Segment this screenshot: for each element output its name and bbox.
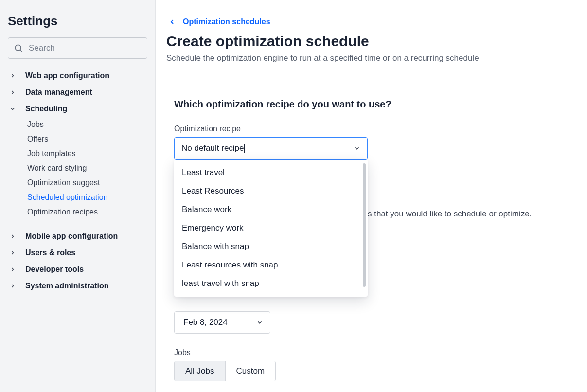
nav-group-mobile-app[interactable]: Mobile app configuration <box>8 228 147 245</box>
text-caret <box>244 144 245 153</box>
recipe-option[interactable]: least travel with snap <box>174 274 368 293</box>
nav-group-developer-tools[interactable]: Developer tools <box>8 261 147 278</box>
section-heading: Which optimization recipe do you want to… <box>174 99 587 110</box>
page-title: Create optimization schedule <box>166 33 587 50</box>
recipe-option[interactable]: Least Resources <box>174 182 368 200</box>
recipe-combobox[interactable]: No default recipe <box>174 137 368 160</box>
sidebar-item-offers[interactable]: Offers <box>27 132 147 146</box>
chevron-right-icon <box>10 267 19 272</box>
chevron-right-icon <box>10 73 19 79</box>
nav-group-scheduling[interactable]: Scheduling <box>8 101 147 117</box>
search-wrapper <box>8 37 147 59</box>
sidebar-title: Settings <box>8 14 147 29</box>
nav-group-users-roles[interactable]: Users & roles <box>8 245 147 261</box>
recipe-option[interactable]: Least resources with snap <box>174 256 368 274</box>
divider <box>166 76 587 76</box>
sidebar-item-work-card-styling[interactable]: Work card styling <box>27 161 147 176</box>
nav-group-label: Web app configuration <box>25 71 109 80</box>
chevron-right-icon <box>10 89 19 95</box>
recipe-selected-text: No default recipe <box>181 143 244 153</box>
nav-group-label: Data management <box>25 88 92 97</box>
main-content: Optimization schedules Create optimizati… <box>156 0 587 392</box>
breadcrumb-label: Optimization schedules <box>183 18 270 26</box>
nav-group-label: System administration <box>25 282 109 290</box>
sidebar-item-job-templates[interactable]: Job templates <box>27 146 147 161</box>
chevron-down-icon <box>10 106 19 112</box>
chevron-right-icon <box>10 233 19 239</box>
scrollbar[interactable] <box>363 163 366 287</box>
chevron-down-icon <box>354 145 360 152</box>
nav-group-web-app[interactable]: Web app configuration <box>8 68 147 84</box>
sidebar-item-scheduled-optimization[interactable]: Scheduled optimization <box>27 190 147 205</box>
recipe-option[interactable]: Balance with snap <box>174 237 368 256</box>
recipe-combobox-wrapper: No default recipe Least travel Least Res… <box>174 137 368 160</box>
jobs-option-custom[interactable]: Custom <box>225 361 276 381</box>
recipe-field-label: Optimization recipe <box>174 125 587 133</box>
nav-group-label: Scheduling <box>25 105 67 113</box>
nav-group-label: Users & roles <box>25 249 75 257</box>
nav-group-system-administration[interactable]: System administration <box>8 278 147 294</box>
search-icon <box>14 43 23 53</box>
sidebar-nav: Web app configuration Data management Sc… <box>8 68 147 294</box>
svg-point-0 <box>15 45 21 51</box>
recipe-section: Which optimization recipe do you want to… <box>166 99 587 381</box>
recipe-option[interactable]: Emergency work <box>174 219 368 237</box>
jobs-option-all[interactable]: All Jobs <box>175 361 225 381</box>
nav-group-data-management[interactable]: Data management <box>8 84 147 101</box>
breadcrumb[interactable]: Optimization schedules <box>164 14 587 30</box>
sidebar-item-optimization-recipes[interactable]: Optimization recipes <box>27 205 147 219</box>
date-value: Feb 8, 2024 <box>183 318 228 327</box>
chevron-right-icon <box>10 250 19 256</box>
nav-group-label: Developer tools <box>25 265 84 274</box>
jobs-toggle: All Jobs Custom <box>174 361 276 381</box>
page-subtitle: Schedule the optimization engine to run … <box>166 53 587 63</box>
nav-subgroup-scheduling: Jobs Offers Job templates Work card styl… <box>8 117 147 219</box>
recipe-selected-value: No default recipe <box>181 143 244 153</box>
recipe-option[interactable]: Least travel <box>174 163 368 182</box>
jobs-field-label: Jobs <box>174 348 587 357</box>
search-input[interactable] <box>8 37 147 59</box>
svg-line-1 <box>20 50 22 52</box>
chevron-down-icon <box>256 319 263 326</box>
filter-description-fragment: s that you would like to schedule or opt… <box>368 209 532 219</box>
recipe-dropdown: Least travel Least Resources Balance wor… <box>174 160 368 297</box>
chevron-right-icon <box>10 283 19 289</box>
nav-group-label: Mobile app configuration <box>25 232 118 241</box>
sidebar-item-jobs[interactable]: Jobs <box>27 117 147 132</box>
chevron-left-icon <box>168 18 176 26</box>
sidebar-item-optimization-suggest[interactable]: Optimization suggest <box>27 176 147 190</box>
date-picker[interactable]: Feb 8, 2024 <box>174 311 270 334</box>
recipe-option[interactable]: Balance work <box>174 200 368 219</box>
sidebar: Settings Web app configuration Data mana… <box>0 0 156 392</box>
